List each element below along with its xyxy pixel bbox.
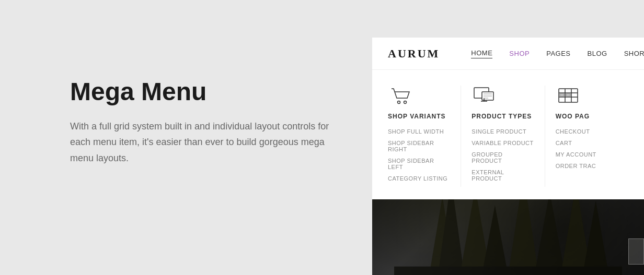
nav-item-shor[interactable]: SHOR [624,50,644,57]
link-category-listing[interactable]: CATEGORY LISTING [388,175,450,182]
left-content: Mega Menu With a full grid system built … [70,78,352,166]
indicator-box [628,238,644,265]
svg-point-9 [398,101,400,104]
svg-rect-23 [560,94,564,96]
svg-rect-24 [566,94,570,96]
nav-item-home[interactable]: HOME [471,49,492,58]
svg-marker-7 [582,201,608,275]
link-variable-product[interactable]: VARIABLE PRODUCT [472,140,534,146]
link-grouped-product[interactable]: GROUPED PRODUCT [472,151,534,164]
navbar: AURUM HOME SHOP PAGES BLOG SHOR [372,38,644,70]
link-checkout[interactable]: CHECKOUT [556,128,618,135]
nav-item-pages[interactable]: PAGES [546,50,570,57]
link-shop-sidebar-left[interactable]: SHOP SIDEBAR LEFT [388,158,450,170]
link-single-product[interactable]: SINGLE PRODUCT [472,128,534,135]
svg-rect-8 [394,266,622,275]
column-title-woo-pages: WOO PAG [556,113,618,120]
browser-mockup: AURUM HOME SHOP PAGES BLOG SHOR SHOP VAR… [372,38,644,275]
link-shop-sidebar-right[interactable]: SHOP SIDEBAR RIGHT [388,140,450,152]
column-title-shop-variants: SHOP VARIANTS [388,113,450,120]
link-my-account[interactable]: MY ACCOUNT [556,151,618,158]
link-external-product[interactable]: EXTERNAL PRODUCT [472,169,534,182]
link-shop-full-width[interactable]: SHOP FULL WIDTH [388,128,450,135]
page-description: With a full grid system built in and ind… [70,118,342,166]
table-icon [556,86,582,106]
column-title-product-types: PRODUCT TYPES [472,113,534,120]
nav-items: HOME SHOP PAGES BLOG SHOR [471,49,644,58]
mega-dropdown: SHOP VARIANTS SHOP FULL WIDTH SHOP SIDEB… [372,70,644,199]
dropdown-column-product-types: PRODUCT TYPES SINGLE PRODUCT VARIABLE PR… [472,86,545,187]
dropdown-column-shop-variants: SHOP VARIANTS SHOP FULL WIDTH SHOP SIDEB… [388,86,461,187]
nav-item-blog[interactable]: BLOG [588,50,607,57]
link-order-tracking[interactable]: ORDER TRAC [556,163,618,169]
link-cart[interactable]: CART [556,140,618,146]
page-title: Mega Menu [70,78,352,106]
cart-icon [388,86,414,106]
nav-item-shop[interactable]: SHOP [509,50,530,57]
svg-marker-3 [482,205,508,275]
dropdown-column-woo-pages: WOO PAG CHECKOUT CART MY ACCOUNT ORDER T… [556,86,628,187]
site-logo[interactable]: AURUM [388,47,440,61]
monitor-icon [472,86,498,106]
svg-point-10 [404,101,407,104]
svg-marker-5 [534,192,565,275]
